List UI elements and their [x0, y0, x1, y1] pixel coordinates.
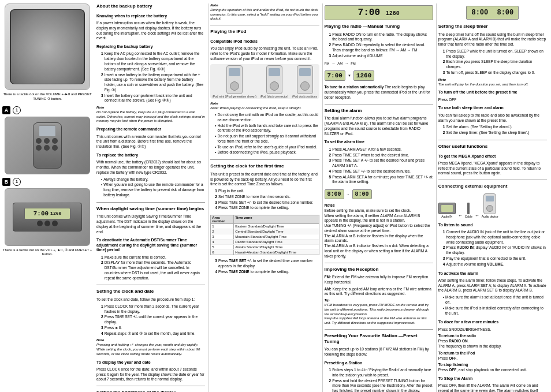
mega-xpand-subtitle: To get the MEGA Xpand effect [438, 154, 547, 159]
other-functions-title: Other useful functions [438, 144, 547, 150]
col-4: 8:00 8:00 Setting the sleep timer The sl… [436, 3, 549, 392]
tz-row-3-val: Mountain Standard/Daylight Time [234, 234, 318, 239]
alarm-step-5: 5Press ALARM SET A for a minute; you hea… [329, 175, 433, 185]
frequency-display-top: 1260 [51, 21, 64, 27]
alarm-displays: 8:00 → 8:00 [325, 188, 433, 200]
main-content: 7:00 1260 There [0, 0, 551, 392]
mega-xpand-text: Press MEGA Xpand. 'MEGA Xpand' appears i… [438, 161, 547, 176]
listen-step-1: 1Connect the AUDIO IN jack of the unit t… [443, 230, 547, 245]
ipod-body-2 [266, 65, 282, 94]
preparing-subtitle: Preparing the remote commander [96, 127, 205, 132]
band-display-row: FM → AM → FM [325, 62, 433, 65]
deactivate-step-1: 1Make sure the current time is correct. [101, 255, 205, 260]
tz-row-2-num: 2 [211, 229, 234, 234]
replace-battery-notes: Always change the battery. When you are … [96, 177, 205, 199]
auto-tune-text: To tune to a station automatically The r… [325, 85, 433, 100]
turn-off-text: Press OFF [438, 98, 547, 103]
compatible-text: You can enjoy iPod audio by connecting t… [210, 46, 319, 61]
activate-alarm-subtitle: To activate the alarm [438, 271, 547, 276]
ipod-diagram: iPod mini (iPod generation shown) iPod (… [210, 64, 319, 99]
display-year-text: Press CLOCK once for the date; and withi… [96, 367, 205, 382]
clock-first-steps: 1Plug in the unit. 2Set TIME ZONE to mor… [210, 189, 319, 211]
replacing-note: NoteDo not replace the battery, keep the… [96, 106, 205, 124]
doze-text: Press SNOOZE/BRIGHTNESS. [438, 327, 547, 333]
activate-alarm-notes: Make sure the alarm is set at least once… [438, 295, 547, 316]
connection-diagram: Audio IN ← Cable ← Audio device [438, 193, 547, 218]
daylight-text: This unit comes with Daylight Saving Tim… [96, 214, 205, 234]
improving-title: Improving the Reception [325, 267, 433, 272]
sleep-step-3: 3To turn off, press SLEEP on the display… [443, 70, 547, 76]
display-year-subtitle: To display the year and date [96, 360, 205, 365]
clock-first-step-2: 2Set TIME ZONE to more than two seconds. [215, 195, 319, 200]
deactivate-step-2: 2DISPLAY for more than five seconds. The… [101, 260, 205, 281]
ipod-body-3 [297, 65, 313, 94]
backup-battery-title: About the backup battery [96, 3, 205, 9]
clock-display-top: 7:00 [31, 19, 50, 28]
tz-row-6-num: 6 [211, 250, 234, 255]
sleep-timer-title: Setting the sleep timer [438, 24, 547, 29]
deactivate-steps: 1Make sure the current time is correct. … [96, 255, 205, 282]
remote-image [5, 117, 90, 174]
daylight-title: When daylight saving time (summer time) … [96, 206, 205, 212]
clock-step-3: 3Press ►II. [101, 326, 205, 331]
preset-display-row: 7:00 ▼ 1260 [325, 69, 433, 82]
replacing-steps: 1Keep the AC plug connected to the AC ou… [96, 51, 205, 104]
ipod-bullet-5: Before disconnecting the iPod, pause pla… [215, 150, 319, 155]
tz-row-1-num: 1 [211, 224, 234, 229]
radio-step-1: 1Press RADIO ON to turn on the radio. Th… [329, 32, 433, 43]
radio-display: 7:00 1260 [325, 5, 433, 20]
playing-ipod-title: Playing the iPod [210, 29, 319, 35]
activate-alarm-text: After setting the alarm timer, follow th… [438, 278, 547, 293]
improving-notes: Tip If FM broadcast is very poor, press … [325, 298, 433, 326]
radio-step-3: 3Adjust volume using VOLUME [329, 54, 433, 59]
section-b-label: B [2, 178, 10, 186]
listen-step-3: 3Play the equipment that is connected to… [443, 256, 547, 262]
alarm-step-2: 2Press TIME SET when to set the desired … [329, 153, 433, 158]
clock-first-time-text: This unit is preset to the current date … [210, 172, 319, 187]
clock-first-step-4: 4Press TIME ZONE to complete the setting… [215, 206, 319, 211]
clock-first-steps-cont: 3Press TIME SET +/- to set the desired t… [210, 259, 319, 275]
setting-alarm-text: The dual alarm function allows you to se… [325, 116, 433, 136]
bottom-device-image: 7:00 1260 [5, 188, 90, 246]
activate-note-2: Make sure the iPod is installed correctl… [443, 306, 547, 316]
timezone-table: Area number Time zone 1 Eastern Standard… [210, 215, 319, 255]
knowing-when-text: If a power interruption occurs when the … [96, 21, 205, 41]
connecting-title: Connecting external equipment [438, 184, 547, 189]
alarm-step-4: 4Press TIME SET +/- to set the desired m… [329, 169, 433, 174]
ipod-bullet-4: To use an iPod, refer to the user's guid… [215, 145, 319, 150]
both-sleep-steps: 1Set the alarm. (See 'Setting the alarm'… [438, 125, 547, 136]
setting-alarm-title: Setting the alarm [325, 108, 433, 114]
set-alarm-time-subtitle: To set the alarm time [325, 140, 433, 144]
device-in-diagram: Audio device [482, 193, 498, 218]
cable-in-diagram: Cable [465, 203, 472, 218]
clock-first-step-1: 1Plug in the unit. [215, 189, 319, 194]
presetting-title: Presetting Your Favourite Station —Prese… [325, 333, 433, 344]
playing-radio-title: Playing the radio —Manual Tuning [325, 24, 433, 29]
section-a-label: A [2, 106, 10, 114]
listen-subtitle: To listen to sound [438, 223, 547, 227]
sleep-step-1: 1Press SLEEP while the unit is turned on… [443, 49, 547, 59]
replacing-subtitle: Replacing the backup battery [96, 44, 205, 49]
col-1: About the backup battery Knowing when to… [95, 3, 207, 392]
alarm-display-1: 8:00 [325, 189, 344, 199]
listen-step-2: 2Press AUDIO IN; display 'AUDIO IN' or '… [443, 245, 547, 256]
tz-row-3-num: 3 [211, 234, 234, 239]
tz-row-4-num: 4 [211, 240, 234, 244]
clock-first-time-title: Setting the clock for the first time [210, 163, 319, 169]
sleep-step-2: 2Each time you press SLEEP the sleep tim… [443, 59, 547, 70]
left-column: 7:00 1260 There [2, 3, 95, 392]
presetting-text: You can preset up to 10 stations (8 FM/2… [325, 347, 433, 357]
replace-battery-subtitle: To replace the battery [96, 153, 205, 158]
return-radio-text: To return to the radioPress RADIO ON.The… [438, 334, 547, 349]
radio-step-2: 2Press RADIO ON repeatedly to select the… [329, 43, 433, 53]
manual-page: 7:00 1260 There [0, 0, 551, 392]
replace-note-1: Always change the battery. [101, 177, 205, 182]
listen-steps: 1Connect the AUDIO IN jack of the unit t… [438, 230, 547, 267]
content-columns: About the backup battery Knowing when to… [95, 3, 549, 392]
sleep-steps: 1Press SLEEP while the unit is turned on… [438, 49, 547, 76]
replacing-step-1: 1Keep the AC plug connected to the AC ou… [101, 51, 205, 72]
unit-in-diagram: Audio IN [438, 203, 456, 218]
clock-step-4: 4Repeat steps ② and ③ to set the month, … [101, 331, 205, 337]
device-image-top: 7:00 1260 [5, 3, 90, 90]
activate-note-1: Make sure the alarm is set at least once… [443, 295, 547, 305]
